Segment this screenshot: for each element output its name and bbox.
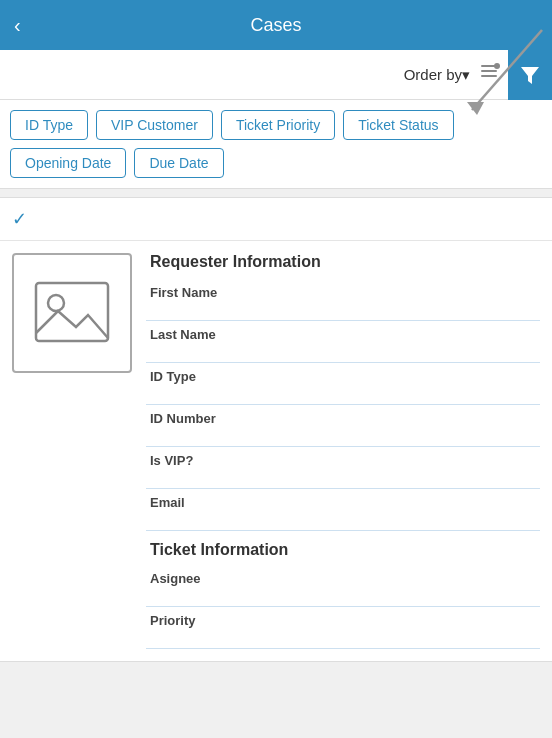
field-value-id-type (150, 384, 536, 398)
svg-marker-6 (467, 102, 484, 115)
case-body: Requester Information First Name Last Na… (0, 241, 552, 661)
svg-rect-7 (36, 283, 108, 341)
field-asignee: Asignee (146, 565, 540, 607)
field-value-id-number (150, 426, 536, 440)
field-value-email (150, 510, 536, 524)
image-icon (32, 273, 112, 353)
case-fields: Requester Information First Name Last Na… (146, 253, 540, 649)
field-label-email: Email (150, 495, 536, 510)
field-value-is-vip (150, 468, 536, 482)
case-list: ✓ Requester Information First Name (0, 197, 552, 662)
field-value-last-name (150, 342, 536, 356)
case-image-placeholder (12, 253, 132, 373)
filter-tag-ticket-priority[interactable]: Ticket Priority (221, 110, 335, 140)
field-value-first-name (150, 300, 536, 314)
filter-tag-opening-date[interactable]: Opening Date (10, 148, 126, 178)
annotation-arrow (422, 20, 552, 120)
case-header[interactable]: ✓ (0, 198, 552, 241)
requester-section-title: Requester Information (146, 253, 540, 271)
svg-line-5 (472, 30, 542, 110)
ticket-section-title: Ticket Information (146, 541, 540, 559)
field-label-priority: Priority (150, 613, 536, 628)
field-label-last-name: Last Name (150, 327, 536, 342)
field-email: Email (146, 489, 540, 531)
svg-point-8 (48, 295, 64, 311)
page-title: Cases (250, 15, 301, 36)
filter-tag-id-type[interactable]: ID Type (10, 110, 88, 140)
case-checkbox[interactable]: ✓ (12, 208, 27, 230)
field-label-first-name: First Name (150, 285, 536, 300)
case-item: ✓ Requester Information First Name (0, 197, 552, 662)
field-id-number: ID Number (146, 405, 540, 447)
field-is-vip: Is VIP? (146, 447, 540, 489)
field-last-name: Last Name (146, 321, 540, 363)
field-label-id-type: ID Type (150, 369, 536, 384)
field-priority: Priority (146, 607, 540, 649)
field-label-is-vip: Is VIP? (150, 453, 536, 468)
field-first-name: First Name (146, 279, 540, 321)
field-value-priority (150, 628, 536, 642)
field-id-type: ID Type (146, 363, 540, 405)
filter-tag-due-date[interactable]: Due Date (134, 148, 223, 178)
field-value-asignee (150, 586, 536, 600)
back-button[interactable]: ‹ (14, 14, 21, 37)
filter-tag-vip-customer[interactable]: VIP Customer (96, 110, 213, 140)
field-label-asignee: Asignee (150, 571, 536, 586)
field-label-id-number: ID Number (150, 411, 536, 426)
